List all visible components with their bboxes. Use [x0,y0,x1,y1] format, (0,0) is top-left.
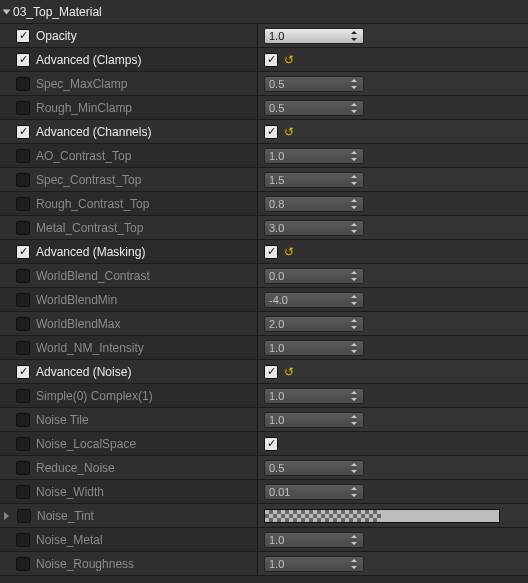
numeric-spinner[interactable]: 1.0 [264,556,364,572]
override-checkbox[interactable] [16,557,30,571]
value-cell: 2.0 [258,312,528,335]
alpha-checker-icon [265,510,381,522]
override-checkbox[interactable] [16,77,30,91]
spinner-value: 1.0 [269,414,284,426]
spinner-grip-icon [349,223,359,233]
numeric-spinner[interactable]: 0.5 [264,100,364,116]
label-cell: World_NM_Intensity [0,336,258,359]
color-swatch[interactable] [264,509,500,523]
numeric-spinner[interactable]: 0.8 [264,196,364,212]
spinner-value: 0.8 [269,198,284,210]
property-row-rough-contrast: Rough_Contrast_Top0.8 [0,192,528,216]
collapse-triangle-icon[interactable] [3,9,11,14]
property-label: Advanced (Channels) [36,125,151,139]
override-checkbox[interactable] [16,533,30,547]
override-checkbox[interactable] [16,341,30,355]
numeric-spinner[interactable]: 1.0 [264,532,364,548]
property-row-adv-channels: Advanced (Channels)↺ [0,120,528,144]
label-cell: Noise_Roughness [0,552,258,575]
property-row-adv-clamps: Advanced (Clamps)↺ [0,48,528,72]
numeric-spinner[interactable]: 0.5 [264,76,364,92]
numeric-spinner[interactable]: 1.0 [264,148,364,164]
property-row-wb-min: WorldBlendMin-4.0 [0,288,528,312]
spinner-value: 0.0 [269,270,284,282]
numeric-spinner[interactable]: -4.0 [264,292,364,308]
value-cell: 0.01 [258,480,528,503]
override-checkbox[interactable] [16,365,30,379]
section-header[interactable]: 03_Top_Material [0,0,528,24]
reset-to-default-icon[interactable]: ↺ [284,126,294,138]
numeric-spinner[interactable]: 1.0 [264,388,364,404]
numeric-spinner[interactable]: 1.0 [264,340,364,356]
override-checkbox[interactable] [16,221,30,235]
value-checkbox[interactable] [264,437,278,451]
override-checkbox[interactable] [16,437,30,451]
override-checkbox[interactable] [16,29,30,43]
override-checkbox[interactable] [16,293,30,307]
override-checkbox[interactable] [16,53,30,67]
numeric-spinner[interactable]: 0.01 [264,484,364,500]
property-row-simple-complex: Simple(0) Complex(1)1.0 [0,384,528,408]
override-checkbox[interactable] [16,413,30,427]
property-label: Advanced (Masking) [36,245,145,259]
value-cell: 1.0 [258,384,528,407]
section-title: 03_Top_Material [13,5,102,19]
override-checkbox[interactable] [16,197,30,211]
property-label: Rough_MinClamp [36,101,132,115]
property-label: Noise_Roughness [36,557,134,571]
numeric-spinner[interactable]: 1.0 [264,412,364,428]
spinner-grip-icon [349,271,359,281]
override-checkbox[interactable] [16,245,30,259]
property-row-wb-contrast: WorldBlend_Contrast0.0 [0,264,528,288]
override-checkbox[interactable] [16,269,30,283]
spinner-grip-icon [349,199,359,209]
value-checkbox[interactable] [264,245,278,259]
override-checkbox[interactable] [16,101,30,115]
label-cell: Reduce_Noise [0,456,258,479]
label-cell: Noise_Width [0,480,258,503]
label-cell: Rough_Contrast_Top [0,192,258,215]
value-checkbox[interactable] [264,125,278,139]
value-cell: 0.5 [258,72,528,95]
expand-triangle-icon[interactable] [4,512,9,520]
property-row-spec-maxclamp: Spec_MaxClamp0.5 [0,72,528,96]
numeric-spinner[interactable]: 0.5 [264,460,364,476]
spinner-value: 0.5 [269,102,284,114]
property-row-noise-width: Noise_Width0.01 [0,480,528,504]
spinner-grip-icon [349,151,359,161]
override-checkbox[interactable] [16,173,30,187]
property-label: Rough_Contrast_Top [36,197,149,211]
value-cell: 0.0 [258,264,528,287]
reset-to-default-icon[interactable]: ↺ [284,54,294,66]
override-checkbox[interactable] [16,125,30,139]
spinner-grip-icon [349,79,359,89]
spinner-value: 3.0 [269,222,284,234]
spinner-grip-icon [349,535,359,545]
override-checkbox[interactable] [17,509,31,523]
label-cell: Noise_Tint [0,504,258,527]
numeric-spinner[interactable]: 1.0 [264,28,364,44]
reset-to-default-icon[interactable]: ↺ [284,246,294,258]
label-cell: WorldBlendMin [0,288,258,311]
details-panel: 03_Top_Material Opacity1.0Advanced (Clam… [0,0,528,576]
numeric-spinner[interactable]: 3.0 [264,220,364,236]
value-cell: 1.0 [258,24,528,47]
value-checkbox[interactable] [264,53,278,67]
property-label: Advanced (Noise) [36,365,131,379]
override-checkbox[interactable] [16,461,30,475]
override-checkbox[interactable] [16,389,30,403]
label-cell: Metal_Contrast_Top [0,216,258,239]
value-cell: 0.5 [258,96,528,119]
label-cell: Simple(0) Complex(1) [0,384,258,407]
value-cell [258,504,528,527]
numeric-spinner[interactable]: 1.5 [264,172,364,188]
numeric-spinner[interactable]: 2.0 [264,316,364,332]
reset-to-default-icon[interactable]: ↺ [284,366,294,378]
override-checkbox[interactable] [16,317,30,331]
override-checkbox[interactable] [16,485,30,499]
value-checkbox[interactable] [264,365,278,379]
label-cell: Rough_MinClamp [0,96,258,119]
label-cell: Spec_Contrast_Top [0,168,258,191]
override-checkbox[interactable] [16,149,30,163]
numeric-spinner[interactable]: 0.0 [264,268,364,284]
